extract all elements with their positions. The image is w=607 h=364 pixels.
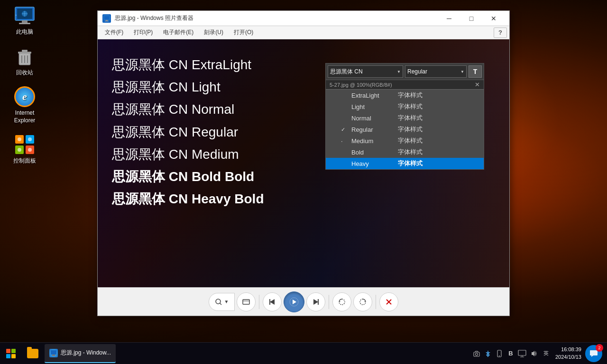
this-pc-icon [14,5,36,27]
font-item-extralight[interactable]: ExtraLight 字体样式 [326,90,484,101]
prev-icon [268,298,276,306]
delete-icon [385,298,393,306]
titlebar: 思源.jpg - Windows 照片查看器 ─ □ ✕ [98,11,509,26]
font-item-light[interactable]: Light 字体样式 [326,101,484,112]
control-panel-icon [14,134,36,155]
font-preview-bold: 字体样式 [398,148,423,156]
toolbar-separator-3 [376,295,376,309]
menu-file[interactable]: 文件(F) [100,27,128,38]
menubar: 文件(F) 打印(P) 电子邮件(E) 刻录(U) 打开(O) ? [98,26,509,39]
rotate-left-button[interactable] [332,292,351,311]
svg-marker-35 [339,300,340,302]
svg-rect-27 [243,300,249,304]
menu-burn[interactable]: 刻录(U) [199,27,228,38]
font-family-arrow: ▼ [397,70,401,74]
font-name-medium: Medium [351,137,394,145]
slideshow-button[interactable] [284,291,304,312]
volume-tray-icon[interactable] [529,349,538,358]
fit-window-icon [242,298,250,306]
font-dropdown-header: 思源黑体 CN ▼ Regular ▼ T [326,64,484,80]
control-panel-label: 控制面板 [13,157,36,165]
svg-marker-32 [293,300,296,304]
taskbar-right: B 英 [472,345,607,362]
menu-open[interactable]: 打开(O) [229,27,258,38]
font-style-list: ExtraLight 字体样式 Light 字体样式 Normal [326,89,484,169]
font-item-normal[interactable]: Normal 字体样式 [326,112,484,124]
font-name-extralight: ExtraLight [351,92,394,99]
svg-rect-40 [52,355,55,356]
rotate-right-button[interactable] [353,292,372,311]
desktop-icon-control-panel[interactable]: 控制面板 [6,134,44,165]
desktop-icon-recycle-bin[interactable]: 回收站 [6,46,44,77]
system-clock[interactable]: 16:08:39 2024/10/13 [555,346,581,361]
font-item-regular[interactable]: ✓ Regular 字体样式 [326,124,484,135]
language-button[interactable]: 英 [541,349,552,358]
font-style-value: Regular [407,68,427,75]
desktop-icon-ie[interactable]: e InternetExplorer [6,86,44,124]
minimize-button[interactable]: ─ [438,12,460,25]
fit-window-button[interactable] [237,292,256,311]
titlebar-icon [102,14,111,23]
svg-point-19 [28,137,32,141]
recycle-bin-label: 回收站 [16,69,33,77]
file-path-bar: 5-27.jpg @ 100%(RGB/8#) ✕ [326,80,484,89]
this-pc-label: 此电脑 [16,28,33,36]
svg-rect-23 [106,20,108,21]
menu-print[interactable]: 打印(P) [129,27,157,38]
ie-label: InternetExplorer [14,109,36,124]
svg-rect-9 [18,52,31,54]
check-regular: ✓ [341,127,348,133]
svg-point-18 [18,137,21,141]
font-family-select[interactable]: 思源黑体 CN ▼ [328,65,403,78]
window-title: 思源.jpg - Windows 照片查看器 [115,14,438,22]
font-text-button[interactable]: T [469,65,482,78]
device-tray-icon[interactable] [495,349,504,358]
font-name-light: Light [351,103,394,110]
desktop-icons: 此电脑 回收站 e InternetExplorer [6,5,44,165]
svg-point-20 [18,148,21,152]
font-item-heavy[interactable]: Heavy 字体样式 [326,158,484,169]
toolbar: ▼ [98,287,509,316]
font-item-medium[interactable]: · Medium 字体样式 [326,135,484,146]
clock-date: 2024/10/13 [555,354,581,361]
delete-button[interactable] [379,292,398,311]
svg-rect-39 [51,350,56,355]
svg-rect-3 [19,23,30,24]
chat-button[interactable]: 2 [585,345,602,362]
slideshow-icon [289,297,299,307]
zoom-button[interactable]: ▼ [209,293,235,311]
b-tray-icon[interactable]: B [506,349,515,358]
next-button[interactable] [306,292,325,311]
system-tray-icons: B 英 [472,349,552,358]
font-preview-regular: 字体样式 [398,125,423,134]
file-path-text: 5-27.jpg @ 100%(RGB/8#) [330,82,392,88]
file-explorer-button[interactable] [22,343,44,364]
prev-button[interactable] [263,292,282,311]
bluetooth-tray-icon[interactable] [484,349,492,358]
rotate-left-icon [338,298,346,306]
taskbar-photo-viewer[interactable]: 思源.jpg - Window... [45,344,116,363]
start-button[interactable] [0,343,22,364]
desktop: 此电脑 回收站 e InternetExplorer [0,0,607,364]
close-button[interactable]: ✕ [483,12,505,25]
help-button[interactable]: ? [494,27,507,38]
font-style-arrow: ▼ [460,70,464,74]
font-name-normal: Normal [351,115,394,122]
maximize-button[interactable]: □ [460,12,482,25]
desktop-icon-this-pc[interactable]: 此电脑 [6,5,44,36]
ie-icon: e [14,86,36,108]
font-style-select[interactable]: Regular ▼ [405,65,467,78]
svg-rect-45 [518,350,526,355]
menu-email[interactable]: 电子邮件(E) [158,27,198,38]
taskbar-app-icon [49,349,58,357]
svg-marker-36 [364,300,366,302]
font-item-bold[interactable]: Bold 字体样式 [326,146,484,158]
camera-tray-icon[interactable] [472,349,481,358]
file-path-close[interactable]: ✕ [475,81,480,88]
image-content: 思源黑体 CN ExtraLight 思源黑体 CN Light 思源黑体 CN… [98,39,509,287]
font-preview-heavy: 字体样式 [398,159,423,168]
svg-line-26 [220,303,221,305]
monitor-tray-icon[interactable] [518,349,526,358]
svg-rect-41 [474,352,479,356]
zoom-arrow: ▼ [224,299,229,304]
